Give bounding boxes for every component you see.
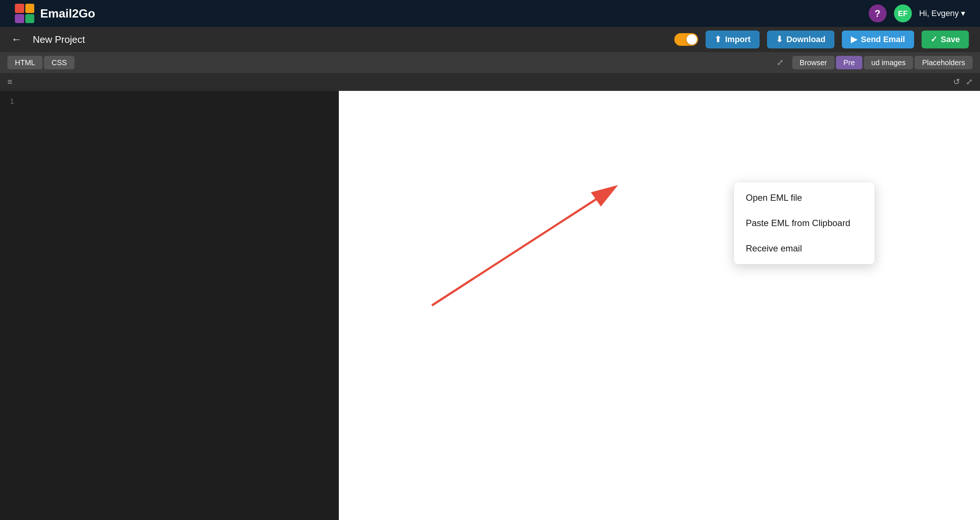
download-icon: ⬇ <box>776 35 783 44</box>
chevron-down-icon: ▾ <box>961 9 965 18</box>
annotation-arrow <box>339 91 980 520</box>
logo-icon <box>15 4 34 23</box>
import-label: Import <box>725 35 750 44</box>
tab-html[interactable]: HTML <box>8 56 43 69</box>
editor-icons: ≡ <box>8 77 12 87</box>
topbar: Email2Go ? EF Hi, Evgeny ▾ <box>0 0 980 27</box>
toggle-container[interactable] <box>674 33 698 46</box>
back-button[interactable]: ← <box>11 33 22 45</box>
logo-cell-red <box>15 4 24 13</box>
line-number-1: 1 <box>0 97 14 106</box>
dropdown-item-paste-eml[interactable]: Paste EML from Clipboard <box>734 211 875 236</box>
content-area: 1 Open EML file Paste EML from Clipboard… <box>0 91 980 520</box>
logo-cell-yellow <box>25 4 35 13</box>
avatar-initials: EF <box>898 9 908 18</box>
editor-body: 1 <box>0 91 339 520</box>
wrap-icon[interactable]: ≡ <box>8 77 12 87</box>
tab-browser[interactable]: Browser <box>792 56 834 69</box>
greeting-text: Hi, Evgeny <box>919 9 959 18</box>
preview-body: Open EML file Paste EML from Clipboard R… <box>339 91 980 520</box>
preview-pane: Open EML file Paste EML from Clipboard R… <box>339 91 980 520</box>
import-icon: ⬆ <box>714 35 721 44</box>
check-icon: ✓ <box>931 35 937 44</box>
send-email-label: Send Email <box>861 35 905 44</box>
editor-pane: 1 <box>0 91 339 520</box>
logo-cell-purple <box>15 14 24 24</box>
logo-cell-green <box>25 14 35 24</box>
logo-area: Email2Go <box>15 4 95 23</box>
download-button[interactable]: ⬇ Download <box>767 30 834 48</box>
help-button[interactable]: ? <box>869 5 886 22</box>
download-label: Download <box>786 35 826 44</box>
app-name: Email2Go <box>40 7 95 21</box>
save-button[interactable]: ✓ Save <box>921 30 969 48</box>
tab-placeholders[interactable]: Placeholders <box>915 56 972 69</box>
toggle-knob <box>687 34 697 45</box>
tab-pre[interactable]: Pre <box>836 56 862 69</box>
refresh-icon[interactable]: ↺ <box>953 77 960 87</box>
tab-upload[interactable]: ud images <box>864 56 913 69</box>
user-menu[interactable]: Hi, Evgeny ▾ <box>919 9 965 18</box>
toggle-switch[interactable] <box>674 33 698 46</box>
tabs-row: HTML CSS ⤢ Browser Pre ud images Placeho… <box>0 52 980 73</box>
dropdown-item-receive-email[interactable]: Receive email <box>734 236 875 261</box>
svg-line-1 <box>432 187 614 305</box>
project-title: New Project <box>33 34 85 45</box>
import-button[interactable]: ⬆ Import <box>706 30 759 48</box>
save-label: Save <box>941 35 960 44</box>
line-numbers: 1 <box>0 91 19 106</box>
avatar-button[interactable]: EF <box>894 5 912 22</box>
preview-icons: ↺ ⤢ <box>953 77 972 87</box>
send-icon: ▶ <box>851 35 857 44</box>
main-toolbar: ← New Project ⬆ Import ⬇ Download ▶ Send… <box>0 27 980 52</box>
tab-css[interactable]: CSS <box>44 56 74 69</box>
expand-icon[interactable]: ⤢ <box>777 58 783 67</box>
preview-tabs: Browser Pre ud images Placeholders <box>792 56 972 69</box>
secondary-toolbar: ≡ ↺ ⤢ <box>0 73 980 91</box>
page: Email2Go ? EF Hi, Evgeny ▾ ← New Project… <box>0 0 980 520</box>
import-dropdown-menu: Open EML file Paste EML from Clipboard R… <box>733 182 875 265</box>
dropdown-item-open-eml[interactable]: Open EML file <box>734 185 875 211</box>
fullscreen-icon[interactable]: ⤢ <box>966 77 972 87</box>
send-email-button[interactable]: ▶ Send Email <box>842 30 914 48</box>
